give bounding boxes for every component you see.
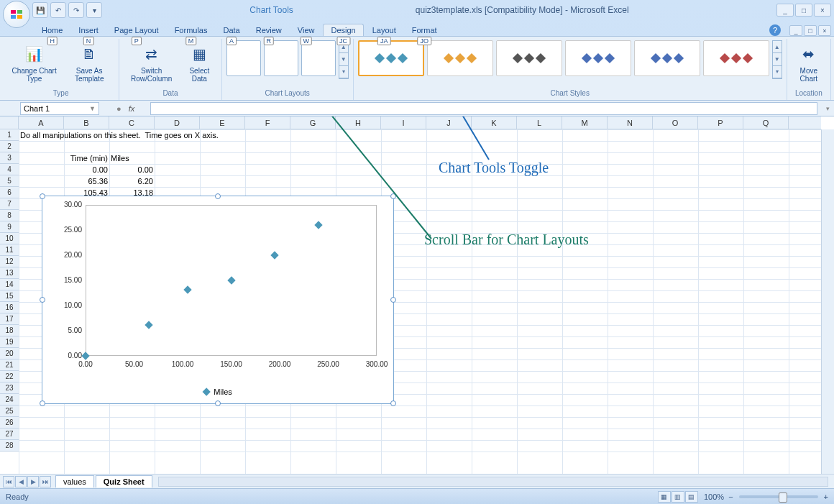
select-all-corner[interactable] <box>0 116 19 129</box>
sheet-tab-values[interactable]: values <box>55 475 94 487</box>
column-header[interactable]: K <box>472 116 517 129</box>
column-header[interactable]: D <box>155 116 200 129</box>
chart-styles-scroll[interactable]: ▲▼▾ <box>772 40 782 79</box>
tab-formulas[interactable]: FormulasM <box>168 24 215 36</box>
chart-layout-thumb[interactable] <box>301 40 336 76</box>
row-header[interactable]: 24 <box>0 394 19 406</box>
qat-undo-icon[interactable]: ↶ <box>50 2 66 18</box>
chart-style-thumb[interactable] <box>427 40 493 76</box>
row-header[interactable]: 10 <box>0 233 19 244</box>
qat-redo-icon[interactable]: ↷ <box>68 2 84 18</box>
horizontal-scrollbar[interactable] <box>158 477 828 487</box>
help-icon[interactable]: ? <box>769 24 781 36</box>
sheet-nav-last[interactable]: ⏭ <box>40 476 51 487</box>
column-header[interactable]: E <box>200 116 245 129</box>
tab-view[interactable]: ViewW <box>290 24 322 36</box>
row-header[interactable]: 8 <box>0 210 19 221</box>
row-header[interactable]: 13 <box>0 267 19 279</box>
sheet-tab-quiz-sheet[interactable]: Quiz Sheet <box>96 475 152 487</box>
row-header[interactable]: 5 <box>0 175 19 187</box>
row-header[interactable]: 12 <box>0 256 19 267</box>
name-box[interactable]: Chart 1▼ <box>20 102 99 115</box>
cell[interactable]: Do all manipulations on this sheet. Time… <box>19 129 306 141</box>
sheet-nav-next[interactable]: ▶ <box>27 476 39 487</box>
zoom-slider[interactable] <box>739 495 818 498</box>
change-chart-type-button[interactable]: 📊Change Chart Type <box>7 40 61 85</box>
row-header[interactable]: 4 <box>0 164 19 175</box>
view-page-break-icon[interactable]: ▤ <box>685 491 698 503</box>
cell[interactable]: 6.20 <box>109 175 155 187</box>
column-header[interactable]: H <box>336 116 381 129</box>
sheet-nav-first[interactable]: ⏮ <box>3 476 14 487</box>
qat-save-icon[interactable]: 💾 <box>32 2 48 18</box>
workbook-restore[interactable]: □ <box>804 25 817 36</box>
row-header[interactable]: 20 <box>0 348 19 359</box>
chart-style-thumb[interactable] <box>358 40 424 76</box>
tab-page-layout[interactable]: Page LayoutP <box>107 24 166 36</box>
column-header[interactable]: C <box>109 116 155 129</box>
move-chart-button[interactable]: ⬌Move Chart <box>792 40 826 85</box>
tab-data[interactable]: DataA <box>216 24 247 36</box>
column-header[interactable]: B <box>64 116 109 129</box>
column-header[interactable]: O <box>653 116 698 129</box>
chart-style-thumb[interactable] <box>634 40 700 76</box>
cell[interactable]: 0.00 <box>64 164 109 175</box>
sheet-nav-prev[interactable]: ◀ <box>15 476 27 487</box>
tab-insert[interactable]: InsertN <box>71 24 106 36</box>
tab-design[interactable]: DesignJC <box>323 24 363 36</box>
column-header[interactable]: F <box>245 116 290 129</box>
save-as-template-button[interactable]: 🗎Save As Template <box>64 40 114 85</box>
cell[interactable]: 65.36 <box>64 175 109 187</box>
view-normal-icon[interactable]: ▦ <box>658 491 671 503</box>
cell[interactable]: 0.00 <box>109 164 155 175</box>
row-header[interactable]: 22 <box>0 371 19 382</box>
vertical-scrollbar[interactable] <box>821 129 834 474</box>
row-header[interactable]: 3 <box>0 152 19 164</box>
switch-row-column-button[interactable]: ⇄Switch Row/Column <box>124 40 179 85</box>
row-header[interactable]: 1 <box>0 129 19 141</box>
row-header[interactable]: 26 <box>0 417 19 429</box>
tab-format[interactable]: FormatJO <box>405 24 444 36</box>
tab-layout[interactable]: LayoutJA <box>365 24 403 36</box>
worksheet-grid[interactable]: ABCDEFGHIJKLMNOPQ 1234567891011121314151… <box>0 116 834 474</box>
view-page-layout-icon[interactable]: ▥ <box>672 491 684 503</box>
workbook-minimize[interactable]: _ <box>789 25 802 36</box>
chart-layout-thumb[interactable] <box>226 40 261 76</box>
row-header[interactable]: 2 <box>0 141 19 152</box>
column-header[interactable]: P <box>698 116 743 129</box>
row-header[interactable]: 9 <box>0 221 19 233</box>
row-header[interactable]: 14 <box>0 279 19 290</box>
row-header[interactable]: 17 <box>0 313 19 325</box>
workbook-close[interactable]: × <box>818 25 831 36</box>
close-button[interactable]: × <box>814 4 831 17</box>
row-header[interactable]: 19 <box>0 336 19 348</box>
row-header[interactable]: 11 <box>0 244 19 256</box>
zoom-in-button[interactable]: + <box>824 492 828 501</box>
zoom-out-button[interactable]: − <box>728 492 733 501</box>
row-header[interactable]: 6 <box>0 187 19 198</box>
tab-review[interactable]: ReviewR <box>249 24 289 36</box>
row-header[interactable]: 27 <box>0 429 19 440</box>
chart-layouts-scroll[interactable]: ▲▼▾ <box>339 40 349 79</box>
qat-more-icon[interactable]: ▾ <box>86 2 102 18</box>
column-header[interactable]: N <box>608 116 653 129</box>
column-header[interactable]: I <box>381 116 426 129</box>
column-header[interactable]: L <box>517 116 562 129</box>
maximize-button[interactable]: □ <box>795 4 812 17</box>
chart-style-thumb[interactable] <box>496 40 562 76</box>
cell[interactable]: Miles <box>109 152 155 164</box>
column-header[interactable]: M <box>562 116 608 129</box>
cell[interactable]: Time (min) <box>64 152 109 164</box>
fx-icon[interactable]: fx <box>129 104 135 113</box>
column-header[interactable]: Q <box>743 116 789 129</box>
select-data-button[interactable]: ▦Select Data <box>182 40 217 85</box>
row-header[interactable]: 25 <box>0 406 19 417</box>
column-header[interactable]: J <box>426 116 472 129</box>
chart-style-thumb[interactable] <box>703 40 769 76</box>
row-header[interactable]: 18 <box>0 325 19 336</box>
chart-layout-thumb[interactable] <box>264 40 298 76</box>
tab-home[interactable]: HomeH <box>35 24 70 36</box>
chart-style-thumb[interactable] <box>565 40 631 76</box>
column-header[interactable]: A <box>19 116 64 129</box>
formula-input[interactable] <box>150 102 817 115</box>
